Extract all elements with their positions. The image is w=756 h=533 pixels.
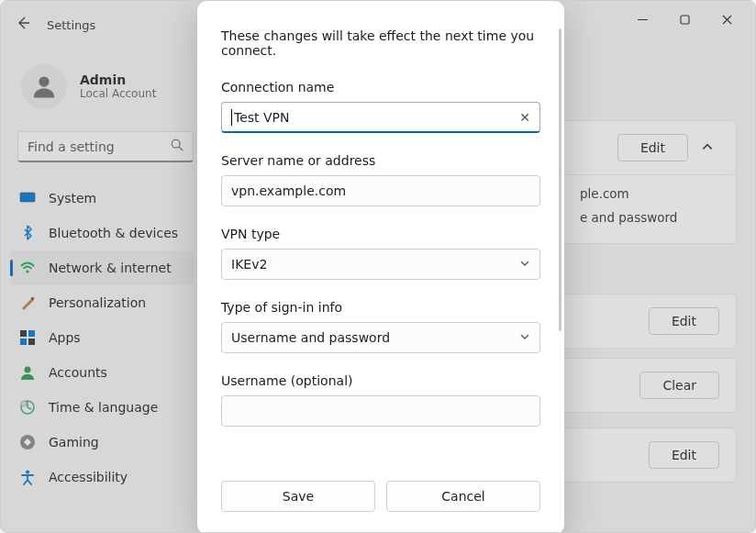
server-address-input[interactable]: vpn.example.com (221, 175, 540, 206)
vpn-type-select[interactable]: IKEv2 (221, 249, 540, 280)
chevron-down-icon (519, 257, 530, 272)
dialog-description: These changes will take effect the next … (221, 28, 540, 58)
dialog-footer: Save Cancel (197, 464, 564, 533)
username-label: Username (optional) (221, 373, 540, 388)
scrollbar[interactable] (559, 28, 561, 331)
signin-info-label: Type of sign-in info (221, 300, 540, 315)
username-input[interactable] (221, 395, 540, 427)
chevron-down-icon (519, 330, 530, 345)
clear-input-icon[interactable]: ✕ (519, 110, 530, 125)
vpn-type-label: VPN type (221, 227, 540, 241)
signin-info-select[interactable]: Username and password (221, 322, 540, 353)
server-address-label: Server name or address (221, 153, 540, 168)
connection-name-input[interactable]: Test VPN ✕ (221, 102, 540, 133)
save-button[interactable]: Save (221, 481, 375, 512)
cancel-button[interactable]: Cancel (386, 481, 540, 512)
connection-name-label: Connection name (221, 80, 540, 94)
edit-vpn-dialog: These changes will take effect the next … (197, 1, 564, 533)
